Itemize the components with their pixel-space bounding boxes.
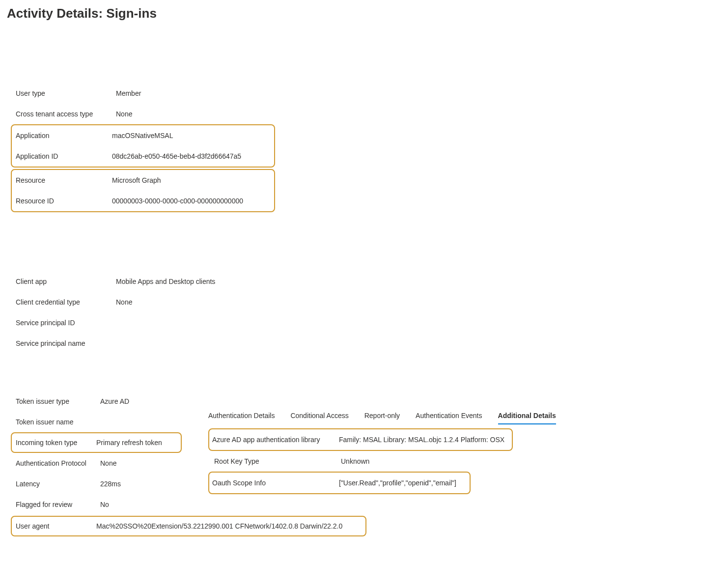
field-client-app: Client app Mobile Apps and Desktop clien…: [16, 271, 719, 292]
value-client-credential-type: None: [116, 297, 132, 307]
value-auth-library: Family: MSAL Library: MSAL.objc 1.2.4 Pl…: [336, 435, 504, 445]
field-application: Application macOSNativeMSAL: [12, 125, 274, 146]
tab-report-only[interactable]: Report-only: [364, 409, 400, 423]
highlight-resource-box: Resource Microsoft Graph Resource ID 000…: [11, 169, 275, 212]
value-oauth-scope: ["User.Read","profile","openid","email"]: [336, 478, 456, 488]
field-auth-protocol: Authentication Protocol None: [16, 453, 184, 474]
value-client-app: Mobile Apps and Desktop clients: [116, 277, 215, 286]
label-application-id: Application ID: [16, 151, 112, 161]
tab-additional-details[interactable]: Additional Details: [498, 409, 556, 423]
additional-details-panel: Authentication Details Conditional Acces…: [184, 391, 719, 494]
label-service-principal-name: Service principal name: [16, 338, 116, 348]
field-oauth-scope: Oauth Scope Info ["User.Read","profile",…: [209, 473, 470, 493]
label-service-principal-id: Service principal ID: [16, 318, 116, 328]
tab-authentication-events[interactable]: Authentication Events: [416, 409, 482, 423]
field-service-principal-id: Service principal ID: [16, 312, 719, 333]
label-user-type: User type: [16, 88, 116, 98]
field-client-credential-type: Client credential type None: [16, 292, 719, 312]
label-flagged: Flagged for review: [16, 500, 100, 509]
value-application-id: 08dc26ab-e050-465e-beb4-d3f2d66647a5: [112, 151, 241, 161]
label-resource-id: Resource ID: [16, 196, 112, 206]
highlight-oauth-scope: Oauth Scope Info ["User.Read","profile",…: [208, 472, 471, 494]
value-token-issuer-type: Azure AD: [100, 396, 129, 406]
label-root-key-type: Root Key Type: [210, 456, 338, 466]
label-token-issuer-name: Token issuer name: [16, 417, 100, 427]
tab-row: Authentication Details Conditional Acces…: [208, 409, 719, 423]
label-latency: Latency: [16, 479, 100, 489]
tab-conditional-access[interactable]: Conditional Access: [290, 409, 348, 423]
value-resource-id: 00000003-0000-0000-c000-000000000000: [112, 196, 243, 206]
highlight-auth-library: Azure AD app authentication library Fami…: [208, 428, 513, 451]
token-info-section: Token issuer type Azure AD Token issuer …: [7, 391, 184, 515]
field-root-key-type: Root Key Type Unknown: [208, 451, 719, 472]
field-resource: Resource Microsoft Graph: [12, 170, 274, 191]
label-application: Application: [16, 131, 112, 140]
value-auth-protocol: None: [100, 458, 116, 468]
label-user-agent: User agent: [16, 522, 96, 530]
label-oauth-scope: Oauth Scope Info: [209, 478, 336, 488]
value-user-type: Member: [116, 88, 141, 98]
value-root-key-type: Unknown: [338, 456, 369, 466]
value-application: macOSNativeMSAL: [112, 131, 173, 140]
field-auth-library: Azure AD app authentication library Fami…: [209, 429, 512, 450]
highlight-user-agent: User agent Mac%20SSO%20Extension/53.2212…: [11, 516, 366, 536]
label-cross-tenant: Cross tenant access type: [16, 109, 116, 119]
label-incoming-token-type: Incoming token type: [16, 439, 96, 447]
label-resource: Resource: [16, 175, 112, 185]
tab-authentication-details[interactable]: Authentication Details: [208, 409, 275, 423]
highlight-incoming-token-type: Incoming token type Primary refresh toke…: [11, 432, 182, 453]
label-client-credential-type: Client credential type: [16, 297, 116, 307]
field-cross-tenant: Cross tenant access type None: [16, 104, 719, 124]
value-incoming-token-type: Primary refresh token: [96, 439, 162, 447]
label-auth-library: Azure AD app authentication library: [209, 435, 336, 445]
field-flagged: Flagged for review No: [16, 494, 184, 515]
field-user-type: User type Member: [16, 83, 719, 104]
value-resource: Microsoft Graph: [112, 175, 161, 185]
value-latency: 228ms: [100, 479, 121, 489]
field-token-issuer-name: Token issuer name: [16, 412, 184, 432]
field-latency: Latency 228ms: [16, 474, 184, 494]
value-flagged: No: [100, 500, 109, 509]
client-info-section: Client app Mobile Apps and Desktop clien…: [7, 271, 719, 354]
field-service-principal-name: Service principal name: [16, 333, 719, 354]
field-resource-id: Resource ID 00000003-0000-0000-c000-0000…: [12, 191, 274, 211]
additional-details-list: Azure AD app authentication library Fami…: [208, 428, 719, 494]
field-application-id: Application ID 08dc26ab-e050-465e-beb4-d…: [12, 146, 274, 167]
label-auth-protocol: Authentication Protocol: [16, 458, 100, 468]
label-token-issuer-type: Token issuer type: [16, 396, 100, 406]
field-token-issuer-type: Token issuer type Azure AD: [16, 391, 184, 412]
value-cross-tenant: None: [116, 109, 132, 119]
value-user-agent: Mac%20SSO%20Extension/53.2212990.001 CFN…: [96, 522, 342, 530]
basic-info-section: User type Member Cross tenant access typ…: [7, 83, 719, 212]
label-client-app: Client app: [16, 277, 116, 286]
page-title: Activity Details: Sign-ins: [7, 6, 719, 21]
highlight-application-box: Application macOSNativeMSAL Application …: [11, 124, 275, 168]
